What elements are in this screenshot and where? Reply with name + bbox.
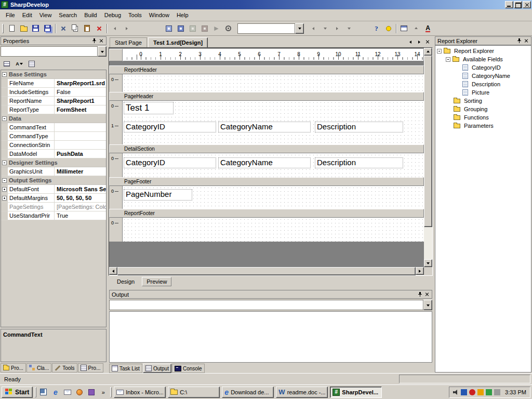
redo-button[interactable]	[121, 23, 132, 34]
copy-button[interactable]	[69, 23, 81, 34]
task-button-inbox[interactable]: Inbox - Micro...	[114, 387, 166, 398]
property-value[interactable]: Millimeter	[55, 167, 106, 176]
new-window-button[interactable]	[398, 23, 410, 34]
report-item-pagenumber[interactable]: PageNumber	[124, 189, 192, 201]
section-canvas-pageheader[interactable]: Test 1 CategoryID CategoryName Descripti…	[123, 101, 424, 144]
property-value[interactable]: True	[55, 211, 106, 220]
compile-button[interactable]	[163, 23, 175, 34]
tab-design[interactable]: Design	[113, 277, 139, 286]
scroll-right-button[interactable]	[416, 267, 424, 275]
section-header-reportfooter[interactable]: ReportFooter	[109, 209, 424, 218]
property-category-base-settings[interactable]: Base Settings	[1, 70, 106, 79]
tab-properties[interactable]: Pro...	[78, 363, 103, 373]
property-name[interactable]: UseStandartPrir	[8, 211, 55, 220]
property-value[interactable]	[55, 123, 106, 131]
categorized-button[interactable]	[1, 59, 12, 69]
back-history-button[interactable]	[319, 23, 331, 34]
tab-test1-design[interactable]: Test 1.srd[Design]	[148, 37, 208, 47]
menu-search[interactable]: Search	[55, 10, 81, 20]
task-button-readme[interactable]: Wreadme.doc -...	[276, 387, 328, 398]
menu-help[interactable]: Help	[173, 10, 192, 20]
property-value[interactable]: SharpReport1.srd	[55, 79, 106, 87]
menu-debug[interactable]: Debug	[101, 10, 125, 20]
combo-dropdown-button[interactable]	[295, 23, 304, 34]
scrollbar-thumb[interactable]	[424, 56, 432, 227]
section-header-reportheader[interactable]: ReportHeader	[109, 65, 424, 74]
tray-icon-4[interactable]	[477, 389, 484, 395]
scroll-down-button[interactable]	[424, 259, 432, 267]
vertical-scrollbar[interactable]	[424, 48, 432, 267]
tree-item-parameters[interactable]: Parameters	[435, 122, 531, 130]
cancel-build-button[interactable]	[198, 23, 210, 34]
save-all-button[interactable]	[42, 23, 54, 34]
tray-icon-6[interactable]	[494, 389, 500, 395]
report-item-categoryname[interactable]: CategoryName	[218, 157, 311, 168]
expand-icon[interactable]	[2, 196, 7, 201]
close-panel-button[interactable]	[423, 291, 431, 298]
property-value[interactable]: [PageSettings: Color=	[55, 203, 106, 211]
tab-tools[interactable]: Tools	[52, 363, 77, 373]
scroll-left-button[interactable]	[109, 267, 117, 275]
output-text-area[interactable]	[109, 311, 432, 363]
menu-file[interactable]: File	[2, 10, 19, 20]
property-category-output-settings[interactable]: Output Settings	[1, 176, 106, 185]
pin-icon[interactable]	[90, 37, 98, 44]
section-header-pagefooter[interactable]: PageFooter	[109, 177, 424, 186]
task-button-sharpdevelop[interactable]: #SharpDevel...	[330, 387, 382, 398]
build-solution-button[interactable]	[187, 23, 198, 34]
property-name[interactable]: DefaultMargins	[8, 194, 55, 202]
scroll-tabs-left-button[interactable]	[406, 38, 414, 46]
close-document-button[interactable]	[424, 38, 432, 46]
debug-target-button[interactable]	[222, 23, 234, 34]
compile-all-button[interactable]	[175, 23, 187, 34]
property-pages-button[interactable]	[26, 59, 37, 69]
combo-dropdown-button[interactable]	[98, 46, 107, 57]
tab-console[interactable]: Console	[172, 364, 205, 373]
expand-icon[interactable]	[2, 187, 7, 192]
tree-item-functions[interactable]: Functions	[435, 113, 531, 122]
menu-window[interactable]: Window	[145, 10, 173, 20]
property-category-designer-settings[interactable]: Designer Settings	[1, 158, 106, 167]
menu-view[interactable]: View	[36, 10, 56, 20]
quick-launch-overflow[interactable]: »	[98, 387, 108, 397]
media-player-icon[interactable]	[74, 387, 84, 397]
scrollbar-thumb[interactable]	[117, 267, 416, 275]
minimize-button[interactable]	[505, 1, 513, 8]
internet-explorer-icon[interactable]: e	[50, 387, 60, 397]
navigate-up-button[interactable]	[410, 23, 422, 34]
property-value[interactable]	[55, 141, 106, 149]
delete-button[interactable]	[93, 23, 105, 34]
section-header-detailsection[interactable]: DetailSection	[109, 144, 424, 153]
maximize-button[interactable]	[514, 1, 522, 8]
collapse-icon[interactable]	[2, 178, 7, 183]
menu-tools[interactable]: Tools	[125, 10, 145, 20]
scroll-tabs-right-button[interactable]	[415, 38, 423, 46]
tree-item-description[interactable]: Description	[435, 80, 531, 88]
section-canvas-reportheader[interactable]	[123, 74, 424, 92]
tip-of-day-button[interactable]	[382, 23, 394, 34]
tray-icon-5[interactable]	[486, 389, 492, 395]
property-value[interactable]: FormSheet	[55, 105, 106, 114]
report-item-description[interactable]: Description	[315, 157, 403, 168]
tree-item-grouping[interactable]: Grouping	[435, 105, 531, 113]
menu-edit[interactable]: Edit	[19, 10, 36, 20]
tree-item-available-fields[interactable]: Available Fields	[435, 55, 531, 63]
save-file-button[interactable]	[30, 23, 42, 34]
font-button[interactable]: A	[422, 23, 434, 34]
close-panel-button[interactable]	[98, 37, 105, 44]
volume-icon[interactable]	[453, 389, 459, 395]
tree-item-report-explorer[interactable]: Report Explorer	[435, 47, 531, 55]
pin-icon[interactable]	[416, 291, 423, 298]
back-button[interactable]	[307, 23, 319, 34]
tree-item-picture[interactable]: Picture	[435, 88, 531, 97]
mail-icon[interactable]	[62, 387, 72, 397]
forward-button[interactable]	[331, 23, 343, 34]
report-item-categoryname[interactable]: CategoryName	[218, 122, 311, 132]
toolbar-combobox[interactable]	[237, 23, 304, 34]
tab-task-list[interactable]: Task List	[109, 364, 142, 373]
property-name[interactable]: IncludeSettings	[8, 88, 55, 96]
horizontal-scrollbar[interactable]	[109, 267, 424, 275]
property-name[interactable]: FileName	[8, 79, 55, 87]
output-source-combo[interactable]	[109, 300, 432, 310]
property-name[interactable]: ConnectionStrin	[8, 141, 55, 149]
